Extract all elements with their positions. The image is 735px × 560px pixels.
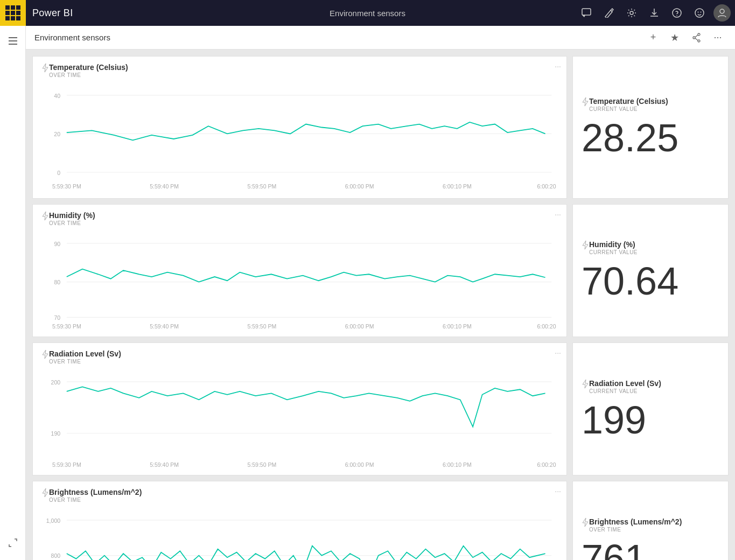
bolt-icon (41, 488, 49, 498)
svg-point-1 (630, 11, 633, 15)
radiation-current-subtitle: CURRENT VALUE (589, 388, 661, 394)
svg-point-5 (698, 12, 699, 13)
svg-rect-0 (582, 9, 591, 15)
svg-text:6:00:00 PM: 6:00:00 PM (345, 323, 374, 329)
main-content: Environment sensors + ★ ··· Temperature … (26, 26, 735, 560)
svg-text:80: 80 (54, 279, 60, 285)
bolt-icon (582, 517, 589, 527)
temperature-current-card: Temperature (Celsius) CURRENT VALUE 28.2… (572, 56, 729, 199)
temp-chart-area: 40 20 0 5:59:30 PM 5:59:40 PM 5:59:50 PM… (41, 82, 558, 192)
svg-text:6:00:00 PM: 6:00:00 PM (345, 183, 374, 190)
bolt-icon (41, 63, 49, 73)
svg-point-3 (676, 15, 677, 16)
card-options[interactable]: ··· (555, 348, 561, 357)
svg-text:190: 190 (51, 430, 61, 437)
main-layout: Environment sensors + ★ ··· Temperature … (0, 26, 735, 560)
radiation-over-time-card: Radiation Level (Sv) OVER TIME ··· 200 1… (32, 342, 567, 475)
card-header: Humidity (%) OVER TIME (41, 211, 558, 226)
smiley-icon[interactable] (689, 2, 710, 24)
svg-text:5:59:50 PM: 5:59:50 PM (247, 323, 276, 329)
temp-over-time-subtitle: OVER TIME (49, 72, 128, 78)
svg-point-6 (701, 12, 702, 13)
humidity-over-time-subtitle: OVER TIME (49, 220, 95, 226)
svg-text:5:59:40 PM: 5:59:40 PM (150, 461, 179, 468)
card-options[interactable]: ··· (555, 62, 561, 71)
expand-icon[interactable] (2, 532, 24, 554)
svg-point-12 (698, 33, 700, 36)
comment-icon[interactable] (576, 2, 597, 24)
bolt-icon (582, 240, 589, 250)
card-options[interactable]: ··· (555, 210, 561, 219)
radiation-current-value: 199 (582, 401, 719, 439)
nav-page-title: Environment sensors (330, 9, 405, 18)
svg-rect-8 (9, 37, 17, 38)
sidebar (0, 26, 26, 560)
svg-text:6:00:20 PM: 6:00:20 PM (537, 461, 558, 468)
svg-text:5:59:50 PM: 5:59:50 PM (247, 461, 276, 468)
temp-current-subtitle: CURRENT VALUE (589, 106, 668, 112)
svg-text:70: 70 (54, 314, 60, 321)
app-icon[interactable] (0, 0, 26, 26)
sub-header: Environment sensors + ★ ··· (26, 26, 735, 50)
svg-point-11 (693, 37, 695, 39)
card-header: Radiation Level (Sv) CURRENT VALUE (582, 379, 719, 394)
nav-actions (576, 2, 735, 24)
bolt-icon (582, 379, 589, 389)
svg-text:6:00:20 PM: 6:00:20 PM (537, 323, 558, 329)
svg-point-2 (673, 9, 681, 17)
svg-text:0: 0 (57, 170, 60, 176)
radiation-over-time-title: Radiation Level (Sv) (49, 349, 121, 358)
temp-current-value: 28.25 (582, 118, 719, 157)
brightness-over-time-card: Brightness (Lumens/m^2) OVER TIME ··· 1,… (32, 481, 567, 560)
svg-text:5:59:30 PM: 5:59:30 PM (52, 461, 81, 468)
temp-over-time-title: Temperature (Celsius) (49, 63, 128, 72)
svg-text:6:00:10 PM: 6:00:10 PM (443, 323, 472, 329)
card-header: Temperature (Celsius) OVER TIME (41, 63, 558, 78)
download-icon[interactable] (643, 2, 665, 24)
dashboard: Temperature (Celsius) OVER TIME ··· 40 2… (26, 50, 735, 560)
radiation-chart-area: 200 190 5:59:30 PM 5:59:40 PM 5:59:50 PM… (41, 369, 558, 468)
svg-point-4 (695, 9, 704, 17)
svg-text:20: 20 (54, 131, 60, 137)
svg-text:90: 90 (54, 240, 60, 247)
brightness-current-title: Brightness (Lumens/m^2) (589, 517, 682, 526)
svg-rect-9 (9, 40, 17, 41)
temperature-over-time-card: Temperature (Celsius) OVER TIME ··· 40 2… (32, 56, 567, 199)
brightness-chart-area: 1,000 800 600 5:59:30 PM 5:59:40 PM 5:59… (41, 507, 558, 560)
card-header: Brightness (Lumens/m^2) OVER TIME (582, 517, 719, 533)
humidity-chart-area: 90 80 70 5:59:30 PM 5:59:40 PM 5:59:50 P… (41, 230, 558, 330)
user-avatar[interactable] (713, 4, 731, 22)
humidity-over-time-title: Humidity (%) (49, 211, 95, 220)
svg-text:5:59:40 PM: 5:59:40 PM (150, 323, 179, 329)
card-options[interactable]: ··· (555, 487, 561, 495)
temp-current-title: Temperature (Celsius) (589, 97, 668, 106)
radiation-over-time-subtitle: OVER TIME (49, 359, 121, 365)
more-options-button[interactable]: ··· (709, 29, 726, 46)
svg-text:5:59:40 PM: 5:59:40 PM (150, 183, 179, 190)
humidity-over-time-card: Humidity (%) OVER TIME ··· 90 80 70 5:59… (32, 204, 567, 337)
radiation-current-card: Radiation Level (Sv) CURRENT VALUE 199 (572, 342, 729, 475)
sub-header-title: Environment sensors (34, 33, 110, 42)
card-header: Humidity (%) CURRENT VALUE (582, 240, 719, 255)
brightness-current-subtitle: OVER TIME (589, 527, 682, 533)
humidity-current-subtitle: CURRENT VALUE (589, 249, 638, 255)
favorite-button[interactable]: ★ (666, 29, 683, 46)
svg-text:800: 800 (51, 553, 61, 559)
add-button[interactable]: + (645, 29, 662, 46)
svg-rect-10 (9, 44, 17, 45)
humidity-current-title: Humidity (%) (589, 240, 638, 249)
bolt-icon (582, 97, 589, 107)
help-icon[interactable] (666, 2, 688, 24)
bolt-icon (41, 211, 49, 221)
menu-icon[interactable] (2, 30, 24, 52)
svg-text:200: 200 (51, 379, 61, 386)
svg-text:5:59:50 PM: 5:59:50 PM (247, 183, 276, 190)
share-button[interactable] (688, 29, 705, 46)
svg-text:1,000: 1,000 (46, 517, 60, 524)
svg-text:5:59:30 PM: 5:59:30 PM (52, 183, 81, 190)
svg-point-7 (720, 9, 724, 13)
svg-text:40: 40 (54, 93, 60, 99)
edit-icon[interactable] (598, 2, 620, 24)
gear-icon[interactable] (621, 2, 642, 24)
app-title: Power BI (32, 8, 73, 19)
